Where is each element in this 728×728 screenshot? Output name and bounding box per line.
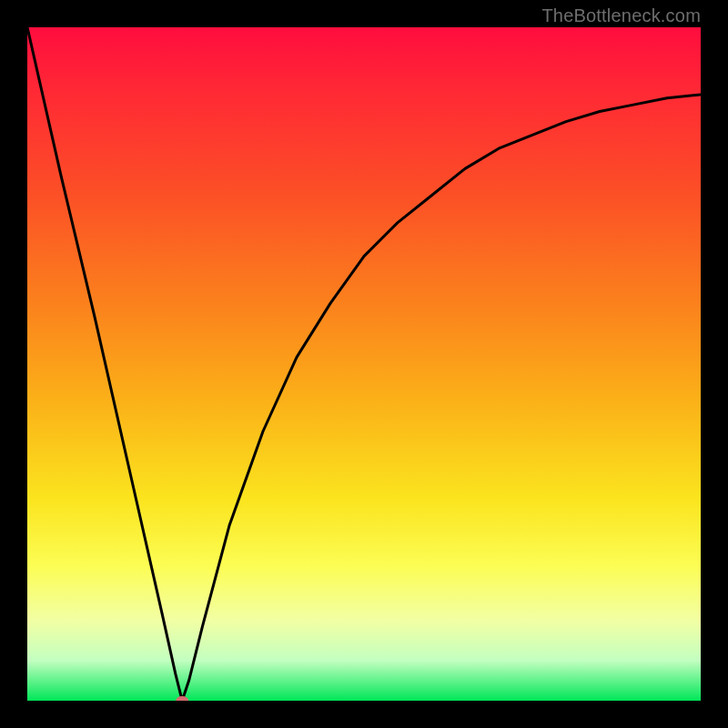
- watermark-text: TheBottleneck.com: [541, 5, 701, 26]
- bottleneck-curve: [27, 27, 701, 701]
- minimum-marker: [176, 696, 188, 701]
- plot-overlay: [27, 27, 701, 701]
- chart-frame: TheBottleneck.com: [0, 0, 728, 728]
